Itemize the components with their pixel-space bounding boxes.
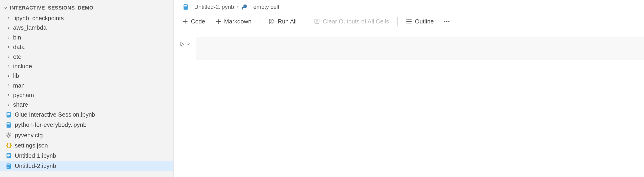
sidebar-item-include[interactable]: include <box>0 62 173 71</box>
notebook-icon <box>182 3 189 11</box>
svg-rect-16 <box>8 166 10 166</box>
sidebar-item-pycham[interactable]: pycham <box>0 90 173 100</box>
run-all-icon <box>268 18 275 25</box>
sidebar-item-pyvenv-cfg[interactable]: pyvenv.cfg <box>0 130 173 140</box>
chevron-right-icon <box>6 44 12 50</box>
gear-icon <box>5 131 12 139</box>
outline-label: Outline <box>415 18 434 25</box>
svg-rect-3 <box>8 115 9 116</box>
chevron-right-icon <box>6 35 12 40</box>
chevron-right-icon <box>6 63 12 69</box>
toolbar-more-button[interactable] <box>440 17 454 26</box>
sidebar-item-label: man <box>13 82 25 89</box>
sidebar-item-untitled-1-ipynb[interactable]: Untitled-1.ipynb <box>0 151 173 161</box>
svg-rect-12 <box>8 155 10 156</box>
chevron-right-icon <box>6 83 12 89</box>
json-icon: {} <box>5 142 12 149</box>
toolbar-divider <box>260 17 260 26</box>
add-markdown-label: Markdown <box>224 18 252 25</box>
sidebar-item-untitled-2-ipynb[interactable]: Untitled-2.ipynb <box>0 161 173 171</box>
notebook-toolbar: Code Markdown Run All Clear Outputs of A… <box>174 12 644 33</box>
svg-rect-17 <box>8 167 9 167</box>
code-cell[interactable]: Python <box>196 37 644 60</box>
sidebar-item-python-for-everybody-ipynb[interactable]: python-for-everybody.ipynb <box>0 120 173 130</box>
chevron-right-icon <box>6 25 12 31</box>
svg-point-27 <box>444 21 446 22</box>
ellipsis-icon <box>444 18 450 25</box>
chevron-down-icon <box>2 5 8 11</box>
notebook-icon <box>5 121 12 129</box>
sidebar-item-bin[interactable]: bin <box>0 33 173 42</box>
notebook-icon <box>5 162 12 170</box>
sidebar-item-label: aws_lambda <box>13 24 47 31</box>
sidebar-item-lib[interactable]: lib <box>0 71 173 81</box>
sidebar-item-label: bin <box>13 34 21 41</box>
sidebar-item-label: Untitled-2.ipynb <box>15 162 56 169</box>
sidebar-item-settings-json[interactable]: {}settings.json <box>0 140 173 150</box>
svg-rect-1 <box>8 113 10 114</box>
breadcrumb-cell-label: empty cell <box>253 4 279 10</box>
sidebar-item-label: python-for-everybody.ipynb <box>15 121 86 128</box>
clear-outputs-button[interactable]: Clear Outputs of All Cells <box>309 16 393 27</box>
sidebar-item-aws-lambda[interactable]: aws_lambda <box>0 23 173 33</box>
sidebar-item-label: Glue Interactive Session.ipynb <box>15 111 95 118</box>
chevron-right-icon <box>6 54 12 60</box>
svg-rect-20 <box>184 7 187 7</box>
chevron-down-icon <box>186 42 190 47</box>
sidebar-item-man[interactable]: man <box>0 81 173 90</box>
explorer-root-label: INTERACTIVE_SESSIONS_DEMO <box>10 5 93 11</box>
svg-rect-19 <box>184 5 187 6</box>
chevron-right-icon <box>6 73 12 79</box>
outline-button[interactable]: Outline <box>402 17 438 27</box>
sidebar-item-label: pyvenv.cfg <box>15 132 43 139</box>
svg-point-26 <box>406 23 407 24</box>
add-code-button[interactable]: Code <box>178 17 209 27</box>
outline-icon <box>406 18 412 25</box>
sidebar-item-label: data <box>13 44 25 50</box>
explorer-root-folder[interactable]: INTERACTIVE_SESSIONS_DEMO <box>0 3 173 14</box>
svg-rect-7 <box>8 126 9 126</box>
plus-icon <box>182 18 188 25</box>
sidebar-item--ipynb-checkpoints[interactable]: .ipynb_checkpoints <box>0 14 173 23</box>
svg-rect-15 <box>8 164 10 165</box>
svg-rect-6 <box>8 124 10 125</box>
notebook-icon <box>5 111 12 118</box>
chevron-right-icon <box>6 15 12 21</box>
editor-main: Untitled-2.ipynb › empty cell Code Markd… <box>174 0 644 177</box>
sidebar-item-label: etc <box>13 53 21 60</box>
play-icon <box>179 41 185 47</box>
breadcrumb-file[interactable]: Untitled-2.ipynb <box>182 3 234 11</box>
chevron-right-icon <box>6 102 12 108</box>
sidebar-item-label: include <box>13 63 32 70</box>
svg-rect-5 <box>8 123 10 124</box>
sidebar-item-data[interactable]: data <box>0 42 173 52</box>
run-all-button[interactable]: Run All <box>264 16 301 27</box>
chevron-right-icon <box>6 92 12 98</box>
sidebar-item-etc[interactable]: etc <box>0 52 173 61</box>
breadcrumb-separator: › <box>237 4 238 10</box>
file-explorer-sidebar: INTERACTIVE_SESSIONS_DEMO .ipynb_checkpo… <box>0 0 174 177</box>
svg-point-8 <box>8 134 10 136</box>
add-markdown-button[interactable]: Markdown <box>211 17 256 27</box>
clear-outputs-label: Clear Outputs of All Cells <box>323 18 389 25</box>
breadcrumb-cell[interactable]: empty cell <box>241 3 279 11</box>
svg-point-28 <box>446 21 448 22</box>
breadcrumb-file-label: Untitled-2.ipynb <box>194 4 234 10</box>
run-all-label: Run All <box>278 18 296 25</box>
sidebar-item-label: lib <box>13 72 19 79</box>
sidebar-item-label: share <box>13 101 28 108</box>
svg-point-29 <box>448 21 450 22</box>
cell-run-dropdown[interactable] <box>179 41 190 47</box>
svg-rect-2 <box>8 114 10 115</box>
sidebar-item-label: .ipynb_checkpoints <box>13 15 64 22</box>
sidebar-item-label: settings.json <box>15 142 48 149</box>
notebook-icon <box>5 152 12 159</box>
svg-point-25 <box>406 21 407 22</box>
sidebar-item-share[interactable]: share <box>0 100 173 109</box>
svg-rect-13 <box>8 156 9 157</box>
sidebar-item-glue-interactive-session-ipynb[interactable]: Glue Interactive Session.ipynb <box>0 110 173 120</box>
notebook-cell-area: Python <box>174 33 644 59</box>
sidebar-item-label: pycham <box>13 92 34 98</box>
svg-rect-21 <box>184 8 186 8</box>
toolbar-divider <box>305 17 305 26</box>
